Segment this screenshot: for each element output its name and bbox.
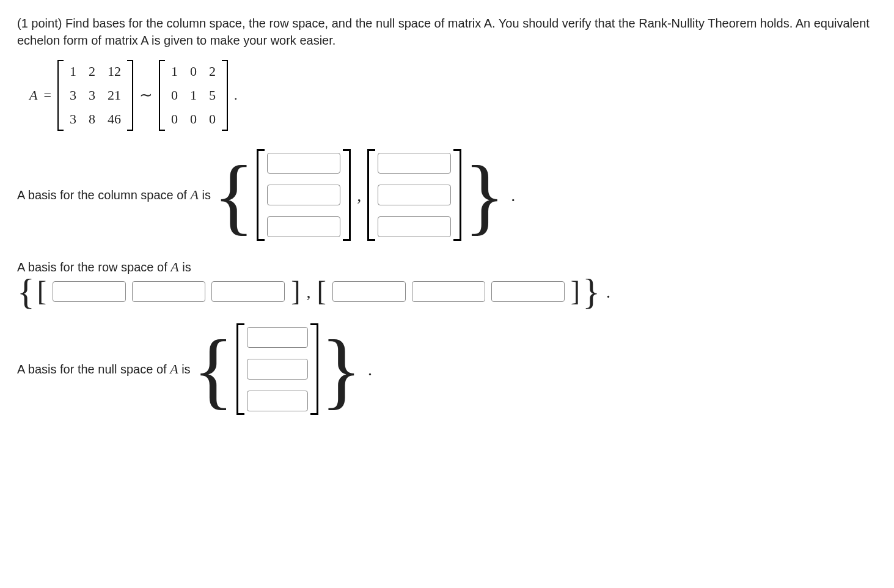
col-space-vector-2 [367,149,461,241]
row-space-vector-1: [ ] [37,281,301,302]
equation-period: . [234,86,238,105]
row-space-v2-c2[interactable] [412,281,485,302]
row-space-v1-c3[interactable] [211,281,285,302]
row-space-row: { [ ] , [ ] } . [17,277,877,306]
col-space-v2-r1[interactable] [378,153,451,174]
problem-statement: (1 point) Find bases for the column spac… [17,15,877,49]
matrix-equation: A = 1212 3321 3846 ∼ 102 015 000 . [29,60,877,131]
period: . [603,280,610,304]
rbracket-icon: ] [291,282,300,301]
brace-close-icon: } [464,159,505,232]
period: . [507,183,515,207]
column-space-row: A basis for the column space of A is { ,… [17,149,877,241]
brace-open-icon: { [213,159,254,232]
col-space-v1-r2[interactable] [267,185,340,205]
row-space-vector-2: [ ] [317,281,580,302]
matrix-echelon: 102 015 000 [159,60,228,131]
comma-separator: , [302,280,314,304]
null-space-row: A basis for the null space of A is { } . [17,323,877,415]
row-space-v1-c2[interactable] [132,281,205,302]
null-space-v1-r3[interactable] [247,391,308,411]
brace-close-icon: } [321,333,362,406]
period: . [364,358,372,381]
null-space-label: A basis for the null space of A is [17,360,191,379]
row-space-v2-c3[interactable] [491,281,565,302]
column-space-label: A basis for the column space of A is [17,186,211,205]
lbracket-icon: [ [37,282,46,301]
row-space-v1-c1[interactable] [53,281,126,302]
null-space-v1-r1[interactable] [247,327,308,348]
matrix-A: 1212 3321 3846 [57,60,133,131]
col-space-v2-r3[interactable] [378,216,451,237]
row-space-label: A basis for the row space of A is [17,258,877,277]
null-space-vector-1 [236,323,318,415]
null-space-v1-r2[interactable] [247,359,308,380]
col-space-v1-r1[interactable] [267,153,340,174]
points-label: (1 point) [17,17,65,30]
problem-body: Find bases for the column space, the row… [17,17,870,47]
lbracket-icon: [ [317,282,326,301]
col-space-v1-r3[interactable] [267,216,340,237]
col-space-vector-1 [257,149,351,241]
equals-sign: = [43,86,51,105]
comma-separator: , [353,183,365,207]
rbracket-icon: ] [571,282,580,301]
brace-open-icon: { [17,277,35,306]
row-space-v2-c1[interactable] [332,281,406,302]
matrix-A-label: A [29,86,37,105]
brace-close-icon: } [582,277,600,306]
col-space-v2-r2[interactable] [378,185,451,205]
tilde-sign: ∼ [139,84,153,106]
brace-open-icon: { [193,333,234,406]
